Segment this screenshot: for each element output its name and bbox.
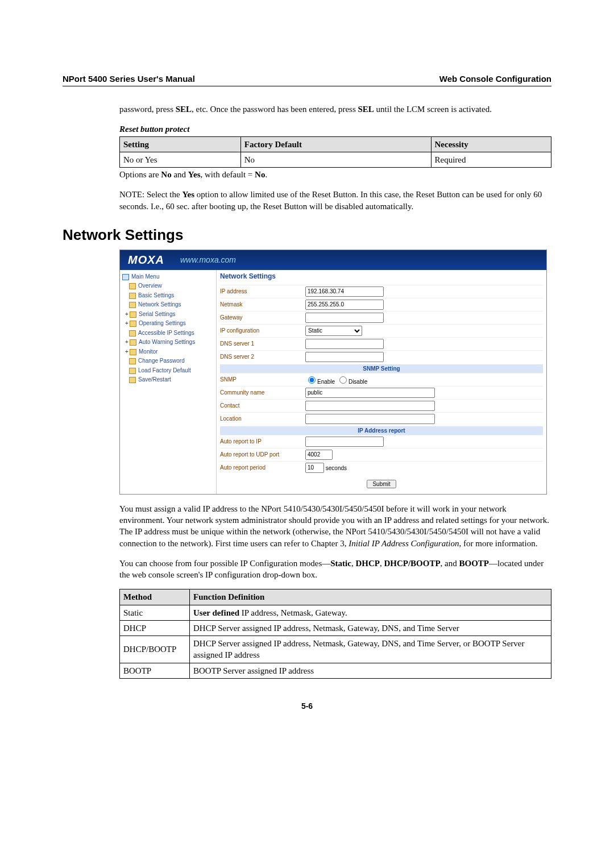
moxa-logo: MOXA: [128, 254, 164, 267]
table-header-setting: Setting: [120, 136, 241, 152]
network-settings-heading: Network Settings: [63, 226, 551, 244]
nav-monitor[interactable]: +Monitor: [121, 347, 215, 357]
page-number: 5-6: [63, 701, 551, 711]
auto-report-ip-input[interactable]: [305, 437, 384, 447]
expand-icon[interactable]: +: [125, 319, 129, 328]
ip-configuration-select[interactable]: Static: [305, 326, 362, 336]
table-header-function: Function Definition: [190, 589, 551, 605]
folder-icon: [129, 377, 136, 383]
nav-load-factory-default[interactable]: Load Factory Default: [121, 366, 215, 376]
row-snmp: SNMP Enable Disable: [220, 373, 543, 386]
options-line: Options are No and Yes, with default = N…: [119, 169, 551, 180]
row-dns1: DNS server 1: [220, 337, 543, 350]
expand-icon[interactable]: +: [125, 310, 129, 319]
row-contact: Contact: [220, 399, 543, 412]
row-ip-configuration: IP configuration Static: [220, 324, 543, 337]
row-dns2: DNS server 2: [220, 350, 543, 363]
nav-save-restart[interactable]: Save/Restart: [121, 375, 215, 385]
expand-icon[interactable]: +: [125, 338, 129, 347]
header-left: NPort 5400 Series User's Manual: [63, 74, 195, 84]
table-row: DHCP/BOOTP DHCP Server assigned IP addre…: [120, 636, 551, 663]
dns2-input[interactable]: [305, 352, 384, 362]
content-title: Network Settings: [220, 272, 543, 280]
folder-icon: [129, 330, 136, 337]
nav-tree: Main Menu Overview Basic Settings Networ…: [120, 270, 217, 494]
row-ip-address: IP address: [220, 285, 543, 298]
auto-report-udp-input[interactable]: [305, 450, 333, 460]
table-header-method: Method: [120, 589, 190, 605]
folder-icon: [130, 312, 136, 318]
folder-icon: [129, 302, 136, 308]
row-netmask: Netmask: [220, 298, 543, 311]
table-row: BOOTP BOOTP Server assigned IP address: [120, 663, 551, 678]
table-row: No or Yes No Required: [120, 152, 551, 167]
folder-icon: [130, 321, 136, 327]
nav-auto-warning[interactable]: +Auto Warning Settings: [121, 338, 215, 347]
snmp-section-bar: SNMP Setting: [220, 364, 543, 373]
nav-serial-settings[interactable]: +Serial Settings: [121, 310, 215, 319]
ip-methods-table: Method Function Definition Static User d…: [119, 589, 551, 679]
table-header-necessity: Necessity: [431, 136, 551, 152]
gateway-input[interactable]: [305, 313, 384, 323]
location-input[interactable]: [305, 414, 435, 424]
row-location: Location: [220, 412, 543, 425]
web-console-screenshot: MOXA www.moxa.com Main Menu Overview Bas…: [119, 250, 547, 495]
nav-accessible-ip[interactable]: Accessible IP Settings: [121, 329, 215, 338]
community-input[interactable]: [305, 388, 435, 398]
snmp-disable-radio[interactable]: [339, 376, 347, 384]
snmp-enable-radio[interactable]: [308, 376, 316, 384]
folder-icon: [122, 274, 129, 280]
table-row: DHCP DHCP Server assigned IP address, Ne…: [120, 620, 551, 636]
folder-icon: [129, 283, 136, 289]
ip-modes-paragraph: You can choose from four possible IP Con…: [119, 558, 551, 581]
reset-button-protect-heading: Reset button protect: [119, 123, 551, 135]
row-auto-report-ip: Auto report to IP: [220, 435, 543, 448]
expand-icon[interactable]: +: [125, 348, 129, 356]
table-row: Static User defined IP address, Netmask,…: [120, 605, 551, 620]
auto-report-period-input[interactable]: [305, 463, 324, 473]
header-right: Web Console Configuration: [439, 74, 551, 84]
ip-report-section-bar: IP Address report: [220, 426, 543, 435]
password-paragraph: password, press SEL, etc. Once the passw…: [119, 103, 551, 115]
netmask-input[interactable]: [305, 300, 384, 310]
folder-icon: [129, 368, 136, 374]
contact-input[interactable]: [305, 401, 435, 411]
content-pane: Network Settings IP address Netmask Gate…: [217, 270, 546, 494]
nav-operating-settings[interactable]: +Operating Settings: [121, 319, 215, 329]
dns1-input[interactable]: [305, 339, 384, 349]
nav-main-menu[interactable]: Main Menu: [121, 272, 215, 282]
nav-basic-settings[interactable]: Basic Settings: [121, 291, 215, 301]
nav-network-settings[interactable]: Network Settings: [121, 300, 215, 310]
moxa-url: www.moxa.com: [180, 255, 236, 264]
table-header-factory-default: Factory Default: [240, 136, 431, 152]
folder-icon: [130, 349, 136, 355]
note-paragraph: NOTE: Select the Yes option to allow lim…: [119, 189, 551, 212]
folder-icon: [129, 358, 136, 364]
ip-address-input[interactable]: [305, 286, 384, 297]
folder-icon: [130, 339, 136, 346]
row-auto-report-period: Auto report period seconds: [220, 461, 543, 474]
submit-button[interactable]: Submit: [367, 480, 396, 488]
ip-assignment-paragraph: You must assign a valid IP address to th…: [119, 503, 551, 549]
row-auto-report-udp: Auto report to UDP port: [220, 448, 543, 461]
reset-button-protect-table: Setting Factory Default Necessity No or …: [119, 136, 551, 168]
row-community: Community name: [220, 386, 543, 399]
row-gateway: Gateway: [220, 311, 543, 324]
folder-icon: [129, 293, 136, 299]
nav-overview[interactable]: Overview: [121, 281, 215, 291]
page-header: NPort 5400 Series User's Manual Web Cons…: [63, 74, 551, 86]
moxa-banner: MOXA www.moxa.com: [120, 250, 546, 270]
nav-change-password[interactable]: Change Password: [121, 356, 215, 366]
